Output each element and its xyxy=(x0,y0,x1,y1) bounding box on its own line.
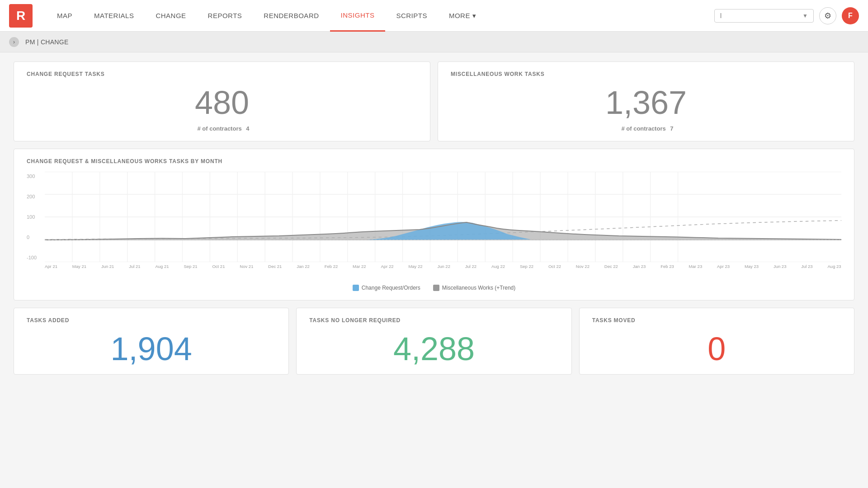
x-label-apr23: Apr 23 xyxy=(717,264,730,269)
y-label-0: 0 xyxy=(27,235,45,240)
y-label-200: 200 xyxy=(27,194,45,199)
legend-blue-box xyxy=(353,285,359,291)
tasks-moved-card: TASKS MOVED 0 xyxy=(579,308,854,375)
chart-area: 300 200 100 0 -100 xyxy=(27,172,841,280)
search-input[interactable] xyxy=(720,12,799,19)
x-label-mar22: Mar 22 xyxy=(353,264,366,269)
x-label-jul21: Jul 21 xyxy=(129,264,140,269)
x-label-jun21: Jun 21 xyxy=(101,264,114,269)
change-request-tasks-card: CHANGE REQUEST TASKS 480 # of contractor… xyxy=(14,61,430,141)
legend-change-request-label: Change Request/Orders xyxy=(362,285,420,291)
change-request-sub: # of contractors 4 xyxy=(27,125,417,132)
x-label-mar23: Mar 23 xyxy=(689,264,703,269)
breadcrumb-bar: › PM | CHANGE xyxy=(0,32,868,52)
x-label-sep21: Sep 21 xyxy=(184,264,197,269)
x-label-jan23: Jan 23 xyxy=(633,264,646,269)
legend-misc-works-label: Miscellaneous Works (+Trend) xyxy=(442,285,515,291)
x-label-may23: May 23 xyxy=(745,264,759,269)
nav-items: MAP MATERIALS CHANGE REPORTS RENDERBOARD… xyxy=(46,0,714,32)
y-label-neg100: -100 xyxy=(27,255,45,260)
tasks-moved-number: 0 xyxy=(592,333,841,365)
x-label-feb23: Feb 23 xyxy=(660,264,674,269)
x-label-apr21: Apr 21 xyxy=(45,264,57,269)
change-request-title: CHANGE REQUEST TASKS xyxy=(27,71,417,77)
x-label-aug23: Aug 23 xyxy=(828,264,841,269)
avatar[interactable]: F xyxy=(842,7,859,24)
search-box[interactable]: ▼ xyxy=(714,9,814,23)
x-label-jul22: Jul 22 xyxy=(465,264,476,269)
tasks-no-longer-card: TASKS NO LONGER REQUIRED 4,288 xyxy=(296,308,571,375)
logo-letter: R xyxy=(16,9,25,23)
y-label-300: 300 xyxy=(27,174,45,179)
x-label-aug21: Aug 21 xyxy=(155,264,169,269)
breadcrumb-toggle[interactable]: › xyxy=(9,37,19,47)
breadcrumb-text: PM | CHANGE xyxy=(25,38,69,46)
chart-card: CHANGE REQUEST & MISCELLANEOUS WORKS TAS… xyxy=(14,149,854,300)
legend-misc-works: Miscellaneous Works (+Trend) xyxy=(433,285,515,291)
x-label-may21: May 21 xyxy=(72,264,86,269)
bottom-cards-row: TASKS ADDED 1,904 TASKS NO LONGER REQUIR… xyxy=(14,308,854,375)
x-label-nov22: Nov 22 xyxy=(576,264,590,269)
nav-reports[interactable]: REPORTS xyxy=(197,0,253,32)
x-label-jan22: Jan 22 xyxy=(297,264,310,269)
chart-legend: Change Request/Orders Miscellaneous Work… xyxy=(27,285,841,291)
misc-work-tasks-card: MISCELLANEOUS WORK TASKS 1,367 # of cont… xyxy=(438,61,854,141)
x-label-dec22: Dec 22 xyxy=(604,264,618,269)
nav-right: ▼ ⚙ F xyxy=(714,7,859,24)
tasks-added-title: TASKS ADDED xyxy=(27,317,276,324)
legend-change-request: Change Request/Orders xyxy=(353,285,420,291)
x-label-sep22: Sep 22 xyxy=(520,264,533,269)
navigation: R MAP MATERIALS CHANGE REPORTS RENDERBOA… xyxy=(0,0,868,32)
search-dropdown-icon[interactable]: ▼ xyxy=(802,13,808,19)
nav-insights[interactable]: INSIGHTS xyxy=(330,0,386,32)
misc-work-number: 1,367 xyxy=(451,86,841,119)
x-label-apr22: Apr 22 xyxy=(381,264,394,269)
x-label-dec21: Dec 21 xyxy=(268,264,282,269)
x-label-may22: May 22 xyxy=(408,264,422,269)
legend-gray-box xyxy=(433,285,439,291)
x-label-oct21: Oct 21 xyxy=(212,264,225,269)
logo[interactable]: R xyxy=(9,4,33,28)
misc-work-title: MISCELLANEOUS WORK TASKS xyxy=(451,71,841,77)
tasks-no-longer-title: TASKS NO LONGER REQUIRED xyxy=(309,317,558,324)
tasks-moved-title: TASKS MOVED xyxy=(592,317,841,324)
tasks-added-number: 1,904 xyxy=(27,333,276,365)
chart-title: CHANGE REQUEST & MISCELLANEOUS WORKS TAS… xyxy=(27,158,841,164)
change-request-number: 480 xyxy=(27,86,417,119)
nav-more[interactable]: MORE ▾ xyxy=(438,0,487,32)
x-label-jun22: Jun 22 xyxy=(437,264,450,269)
top-cards-row: CHANGE REQUEST TASKS 480 # of contractor… xyxy=(14,61,854,141)
x-label-oct22: Oct 22 xyxy=(548,264,561,269)
settings-icon[interactable]: ⚙ xyxy=(819,7,836,24)
nav-change[interactable]: CHANGE xyxy=(145,0,197,32)
x-label-jul23: Jul 23 xyxy=(801,264,812,269)
nav-map[interactable]: MAP xyxy=(46,0,83,32)
x-label-aug22: Aug 22 xyxy=(491,264,505,269)
main-content: CHANGE REQUEST TASKS 480 # of contractor… xyxy=(0,52,868,384)
x-label-jun23: Jun 23 xyxy=(774,264,787,269)
nav-renderboard[interactable]: RENDERBOARD xyxy=(253,0,330,32)
tasks-no-longer-number: 4,288 xyxy=(309,333,558,365)
x-label-nov21: Nov 21 xyxy=(240,264,253,269)
nav-materials[interactable]: MATERIALS xyxy=(83,0,145,32)
nav-scripts[interactable]: SCRIPTS xyxy=(385,0,438,32)
tasks-added-card: TASKS ADDED 1,904 xyxy=(14,308,289,375)
misc-work-sub: # of contractors 7 xyxy=(451,125,841,132)
y-label-100: 100 xyxy=(27,214,45,220)
chart-svg xyxy=(45,172,841,262)
x-label-feb22: Feb 22 xyxy=(325,264,338,269)
